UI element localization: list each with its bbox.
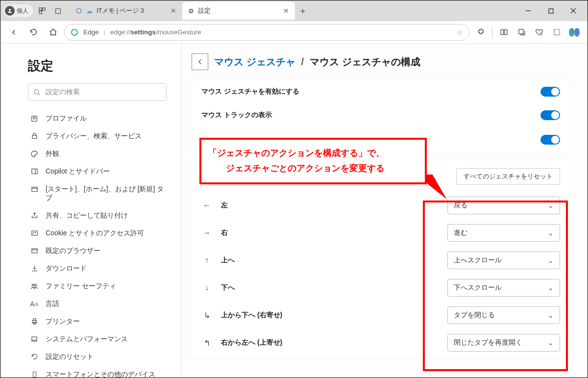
close-window-button[interactable] [562, 3, 585, 19]
sidebar-item-privacy[interactable]: プライバシー、検索、サービス [28, 127, 167, 145]
profile-icon [30, 115, 39, 123]
gear-icon: ⚙ [188, 7, 194, 15]
favorite-star-icon[interactable]: ☆ [457, 28, 463, 36]
screenshot-icon[interactable] [548, 24, 565, 41]
toggle-switch[interactable] [540, 87, 560, 97]
arrow-down-icon: ↓ [201, 283, 212, 292]
gesture-card: ジェスチャのアクションを構成する すべてのジェスチャをリセット ← 左 戻る⌄ … [192, 159, 570, 356]
annotation-line2: ジェスチャごとのアクションを変更する [208, 161, 418, 176]
gesture-action-select[interactable]: 戻る⌄ [447, 197, 560, 214]
window-controls [517, 3, 585, 19]
svg-point-0 [9, 9, 11, 11]
copilot-icon[interactable] [568, 26, 581, 39]
svg-rect-21 [31, 169, 37, 174]
gesture-up-down-right: ↳ 上から下へ (右寄せ) タブを閉じる⌄ [192, 302, 570, 329]
settings-search-input[interactable]: 設定の検索 [28, 83, 167, 101]
tab-actions-icon[interactable] [51, 4, 65, 18]
collections-icon[interactable] [513, 24, 530, 41]
edge-label: Edge [83, 28, 99, 36]
svg-point-25 [33, 233, 33, 233]
svg-rect-4 [55, 8, 60, 13]
new-tab-button[interactable]: ＋ [295, 2, 311, 20]
chevron-down-icon: ⌄ [548, 256, 554, 264]
gesture-right-left-top: ↰ 右から左へ (上寄せ) 閉じたタブを再度開く⌄ [192, 329, 570, 356]
tabs-icon [30, 185, 39, 193]
reset-icon [30, 353, 39, 360]
breadcrumb-back-button[interactable] [192, 53, 208, 70]
back-button[interactable] [5, 24, 22, 41]
chevron-down-icon: ⌄ [548, 284, 554, 292]
gesture-action-select[interactable]: 下へスクロール⌄ [447, 279, 560, 297]
gesture-action-select[interactable]: タブを閉じる⌄ [447, 306, 560, 324]
sidebar-item-language[interactable]: Aあ言語 [28, 295, 167, 313]
svg-rect-3 [39, 11, 42, 14]
search-placeholder: 設定の検索 [46, 88, 80, 97]
printer-icon [30, 318, 39, 325]
svg-point-19 [33, 117, 35, 119]
gesture-label: 右から左へ (上寄せ) [221, 338, 334, 347]
settings-menu: プロファイル プライバシー、検索、サービス 外観 Copilot とサイドバー … [28, 110, 167, 378]
language-icon: Aあ [30, 300, 39, 308]
toggle-switch[interactable] [540, 110, 560, 120]
sidebar-item-system[interactable]: システムとパフォーマンス [28, 330, 167, 348]
sidebar-item-default-browser[interactable]: 既定のブラウザー [28, 242, 167, 260]
svg-rect-27 [31, 249, 37, 253]
refresh-button[interactable] [25, 24, 42, 41]
sidebar-item-copilot[interactable]: Copilot とサイドバー [28, 163, 167, 180]
gesture-action-select[interactable]: 閉じたタブを再度開く⌄ [447, 334, 560, 352]
split-screen-icon[interactable] [495, 24, 512, 41]
breadcrumb-link[interactable]: マウス ジェスチャ [214, 55, 295, 69]
toolbar-right: ⋯ [472, 24, 583, 41]
toggle-switch[interactable] [540, 135, 560, 145]
sidebar-item-start[interactable]: [スタート]、[ホーム]、および [新規] タブ [28, 180, 167, 207]
tab-label: 設定 [198, 7, 211, 15]
sidebar-item-profile[interactable]: プロファイル [28, 110, 167, 127]
sidebar-item-cookies[interactable]: Cookie とサイトのアクセス許可 [28, 225, 167, 242]
gesture-label: 左 [221, 201, 334, 210]
gesture-action-select[interactable]: 進む⌄ [447, 224, 560, 242]
gesture-action-select[interactable]: 上へスクロール⌄ [447, 252, 560, 269]
edge-logo-icon [71, 28, 78, 36]
sidebar-item-downloads[interactable]: ダウンロード [28, 260, 167, 277]
sidebar-item-share[interactable]: 共有、コピーして貼り付け [28, 207, 167, 225]
profile-chip[interactable]: 個人 [3, 4, 33, 17]
cloud-icon: ☁ [86, 7, 93, 15]
address-bar[interactable]: Edge | edge://settings/mouseGesture ☆ [64, 24, 469, 41]
sidebar-item-appearance[interactable]: 外観 [28, 145, 167, 163]
heart-icon[interactable] [531, 24, 547, 41]
maximize-button[interactable] [539, 3, 562, 19]
toolbar-divider [492, 27, 492, 38]
toggle-label: マウス ジェスチャを有効にする [201, 87, 299, 96]
svg-rect-24 [31, 231, 37, 235]
settings-main: マウス ジェスチャ / マウス ジェスチャの構成 マウス ジェスチャを有効にする… [182, 44, 588, 378]
sidebar-panel-icon [30, 168, 39, 175]
svg-rect-15 [554, 29, 559, 35]
svg-rect-33 [32, 337, 37, 340]
reset-all-button[interactable]: すべてのジェスチャをリセット [456, 168, 560, 185]
gesture-down: ↓ 下へ 下へスクロール⌄ [192, 274, 570, 302]
sidebar-item-printer[interactable]: プリンター [28, 313, 167, 330]
arrow-updown-icon: ↳ [201, 311, 212, 320]
workspaces-icon[interactable] [35, 4, 49, 18]
annotation-line1: 「ジェスチャのアクションを構成する」で、 [208, 146, 418, 161]
close-icon[interactable]: ✕ [171, 7, 176, 15]
tab-settings[interactable]: ⚙ 設定 ✕ [182, 2, 295, 20]
sidebar-item-reset[interactable]: 設定のリセット [28, 348, 167, 366]
home-button[interactable] [45, 24, 61, 41]
copilot-swirl-icon [75, 7, 82, 14]
avatar-icon [5, 6, 15, 16]
sidebar-item-family[interactable]: ファミリー セーフティ [28, 277, 167, 295]
family-icon [30, 282, 39, 290]
sidebar-item-phone[interactable]: スマートフォンとその他のデバイス [28, 366, 167, 378]
svg-rect-34 [33, 372, 36, 378]
minimize-button[interactable] [517, 3, 539, 19]
extensions-icon[interactable] [472, 24, 489, 41]
gesture-label: 下へ [221, 283, 334, 292]
svg-rect-13 [518, 29, 523, 34]
svg-rect-11 [501, 30, 504, 35]
close-icon[interactable]: ✕ [283, 7, 289, 15]
browser-icon [30, 247, 39, 254]
svg-rect-2 [43, 8, 45, 10]
svg-rect-1 [39, 8, 42, 10]
tab-itmemo[interactable]: ☁ ITメモ | ページ 3 ✕ [70, 2, 182, 20]
